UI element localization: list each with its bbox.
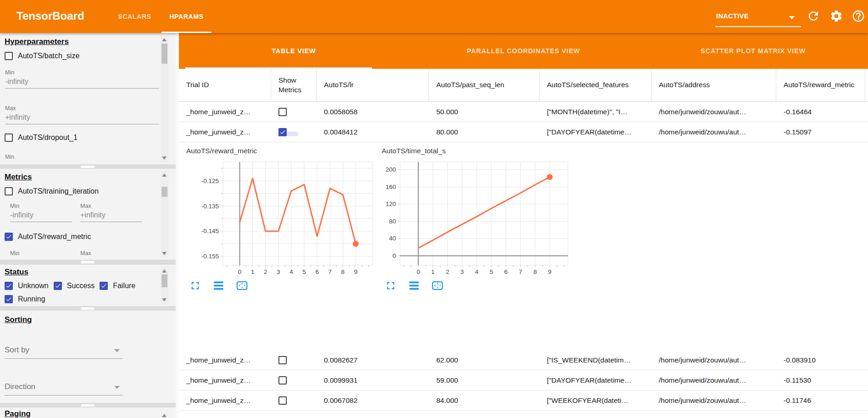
scroll-up-arrow[interactable] — [162, 38, 167, 41]
scrollbar-thumb[interactable] — [161, 274, 167, 287]
status-running-checkbox[interactable] — [5, 295, 13, 303]
show-metrics-checkbox[interactable] — [278, 356, 287, 364]
reward-metric-cell: -0.16464 — [776, 108, 865, 116]
training-iteration-checkbox[interactable] — [5, 187, 13, 195]
svg-text:160: 160 — [385, 184, 396, 190]
show-metrics-checkbox[interactable] — [278, 128, 287, 136]
axis-lines-icon[interactable] — [212, 279, 225, 292]
chart-title: AutoTS/reward_metric — [182, 143, 379, 157]
min-label: Min — [10, 203, 19, 209]
sort-by-select[interactable]: Sort by — [5, 346, 122, 359]
max-input[interactable]: +infinity — [80, 211, 142, 222]
dropout-checkbox[interactable] — [5, 134, 13, 142]
max-input[interactable]: +infinity — [5, 113, 159, 124]
trial-id-cell: _home_junweid_z… — [179, 128, 271, 136]
tab-parallel-coordinates-view[interactable]: PARALLEL COORDINATES VIEW — [409, 33, 639, 69]
scroll-up-arrow[interactable] — [162, 269, 167, 273]
svg-text:200: 200 — [385, 166, 396, 173]
expand-icon[interactable] — [189, 279, 201, 292]
selected-features-cell: ["DAYOFYEAR(datetime… — [540, 128, 651, 136]
scroll-down-arrow[interactable] — [162, 156, 167, 160]
min-input[interactable]: -infinity — [5, 78, 159, 89]
scroll-up-arrow[interactable] — [162, 414, 167, 417]
svg-text:0: 0 — [392, 252, 396, 259]
svg-text:6: 6 — [504, 268, 508, 275]
metric-item-reward-metric: AutoTS/reward_metric — [5, 233, 91, 241]
section-hyperparameters: Hyperparameters AutoTS/batch_size Min -i… — [0, 33, 176, 164]
plugin-tabs: SCALARS HPARAMS — [109, 0, 212, 33]
address-cell: /home/junweid/zouwu/aut… — [651, 356, 776, 364]
status-success-checkbox[interactable] — [54, 282, 62, 290]
scrollbar-thumb[interactable] — [161, 44, 167, 64]
show-metrics-checkbox[interactable] — [278, 396, 287, 405]
past-seq-len-cell: 80.000 — [429, 128, 540, 136]
section-resizer[interactable] — [0, 164, 176, 169]
chart-time-total: AutoTS/time_total_s 04080120160200012345… — [377, 143, 574, 292]
hyperparameters-title: Hyperparameters — [5, 37, 69, 46]
past-seq-len-cell: 62.000 — [429, 356, 540, 364]
expand-icon[interactable] — [384, 279, 397, 292]
help-icon — [851, 9, 865, 23]
tab-hparams[interactable]: HPARAMS — [161, 0, 212, 33]
tab-table-view[interactable]: TABLE VIEW — [179, 33, 409, 69]
svg-text:-0.135: -0.135 — [201, 203, 219, 210]
section-paging: Paging — [0, 407, 176, 418]
svg-text:-0.125: -0.125 — [201, 178, 219, 184]
table-row: _home_junweid_z… 0.0048412 80.000 ["DAYO… — [179, 122, 868, 142]
section-resizer[interactable] — [0, 260, 176, 265]
show-metrics-checkbox[interactable] — [278, 108, 287, 116]
address-cell: /home/junweid/zouwu/aut… — [651, 376, 776, 385]
tab-scatter-plot-matrix-view[interactable]: SCATTER PLOT MATRIX VIEW — [638, 33, 868, 69]
min-label: Min — [5, 69, 14, 76]
status-failure-checkbox[interactable] — [100, 282, 108, 290]
svg-text:80: 80 — [389, 218, 396, 225]
lr-cell: 0.0067082 — [317, 396, 429, 405]
svg-text:-0.145: -0.145 — [201, 228, 219, 234]
show-metrics-checkbox[interactable] — [278, 376, 287, 385]
help-button[interactable] — [851, 9, 865, 23]
section-scrollbar — [161, 35, 168, 162]
refresh-button[interactable] — [807, 9, 820, 23]
trial-id-cell: _home_junweid_z… — [179, 376, 271, 385]
scrollbar-thumb[interactable] — [161, 187, 167, 197]
section-resizer[interactable] — [0, 306, 176, 311]
scroll-down-arrow[interactable] — [162, 252, 167, 255]
svg-text:5: 5 — [302, 268, 306, 275]
paging-title: Paging — [5, 409, 31, 418]
col-past-seq-len: AutoTS/past_seq_len — [429, 69, 540, 101]
top-toolbar: TensorBoard SCALARS HPARAMS INACTIVE — [0, 0, 868, 33]
max-label: Max — [80, 250, 91, 256]
past-seq-len-cell: 84.000 — [429, 396, 540, 405]
min-input[interactable]: -infinity — [10, 211, 72, 222]
hparam-item-batch-size: AutoTS/batch_size — [5, 52, 79, 60]
reward-metric-checkbox[interactable] — [5, 233, 13, 241]
address-cell: /home/junweid/zouwu/aut… — [651, 108, 776, 116]
metric-item-training-iteration: AutoTS/training_iteration — [5, 187, 99, 195]
run-status-dropdown[interactable]: INACTIVE — [715, 8, 801, 27]
address-cell: /home/junweid/zouwu/aut… — [651, 396, 776, 405]
trial-id-cell: _home_junweid_z… — [179, 356, 271, 364]
col-reward-metric: AutoTS/reward_metric — [776, 69, 865, 101]
max-label: Max — [5, 105, 16, 111]
fit-domain-icon[interactable] — [431, 279, 444, 292]
svg-text:1: 1 — [431, 268, 435, 275]
line-chart[interactable]: -0.125-0.135-0.145-0.1550123456789 — [182, 157, 379, 278]
trial-id-cell: _home_junweid_z… — [179, 108, 271, 116]
svg-text:8: 8 — [341, 268, 345, 275]
svg-text:2: 2 — [446, 268, 450, 275]
show-metrics-cell — [271, 396, 317, 405]
fit-domain-icon[interactable] — [236, 279, 248, 292]
batch-size-checkbox[interactable] — [5, 52, 13, 60]
table-rows-bottom: _home_junweid_z… 0.0082627 62.000 ["IS_W… — [179, 350, 868, 411]
svg-text:0: 0 — [238, 268, 242, 275]
svg-text:3: 3 — [277, 268, 280, 275]
tab-scalars[interactable]: SCALARS — [109, 0, 161, 33]
axis-lines-icon[interactable] — [408, 279, 420, 292]
line-chart[interactable]: 040801201602000123456789 — [377, 157, 574, 278]
settings-button[interactable] — [829, 9, 843, 23]
section-resizer[interactable] — [0, 403, 176, 407]
status-unknown-checkbox[interactable] — [5, 282, 13, 290]
direction-select[interactable]: Direction — [5, 382, 122, 396]
scroll-down-arrow[interactable] — [162, 298, 167, 301]
scroll-up-arrow[interactable] — [162, 173, 167, 177]
